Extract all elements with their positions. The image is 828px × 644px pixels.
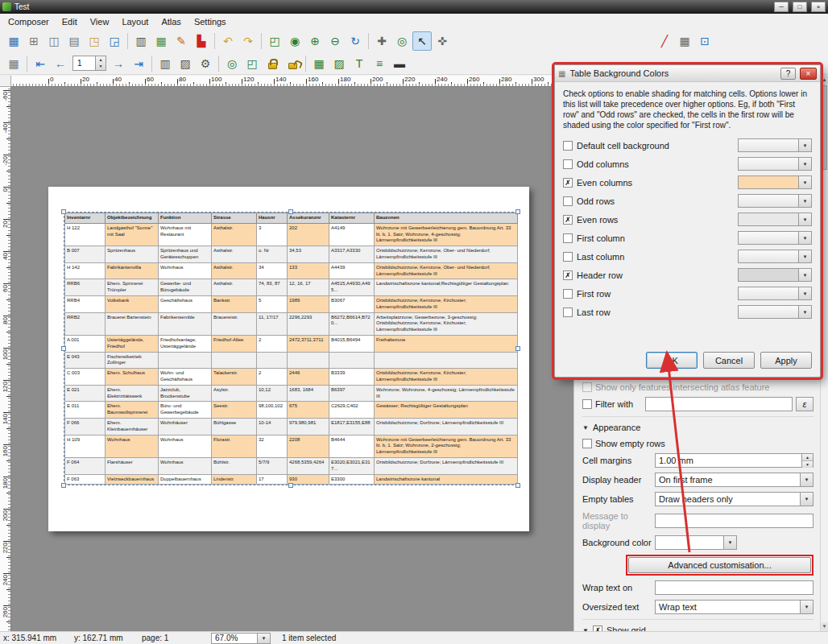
spinner-arrows-icon[interactable]: ▲▼ [95,56,106,70]
even-columns-checkbox[interactable]: ✗ [563,178,573,188]
chevron-down-icon[interactable]: ▼ [257,634,270,643]
last-row-checkbox[interactable] [563,308,573,317]
chevron-down-icon[interactable]: ▼ [798,139,811,151]
first-column-checkbox[interactable] [563,233,573,243]
add-scalebar-icon[interactable]: ▬ [390,54,409,73]
resize-handle[interactable] [61,346,66,351]
paper-sheet[interactable]: InventarnrObjektbezeichnungFunktionStras… [48,187,529,531]
even-rows-checkbox[interactable]: ✗ [563,215,573,225]
chevron-down-icon[interactable]: ▼ [798,306,811,318]
show-grid-header[interactable]: Show grid [607,625,646,631]
spin-down-icon[interactable]: ▼ [802,461,813,468]
atlas-intersect-checkbox[interactable] [582,382,592,392]
odd-rows-color-picker[interactable]: ▼ [738,194,812,208]
default-cell-background-checkbox[interactable] [563,141,573,151]
redo-icon[interactable]: ↷ [238,31,258,51]
print-atlas-icon[interactable]: ▥ [155,54,175,73]
add-image-icon[interactable]: ▨ [329,54,349,73]
export-atlas-icon[interactable]: ▨ [176,54,195,73]
chevron-down-icon[interactable]: ▼ [798,213,811,225]
duplicate-composition-icon[interactable]: ◫ [44,31,64,51]
ok-button[interactable]: OK [646,352,698,369]
atlas-last-feature-icon[interactable]: ⇥ [129,54,148,73]
background-color-picker[interactable]: ▼ [655,535,737,550]
zoom-window-icon[interactable]: ◰ [242,54,262,73]
refresh-view-icon[interactable]: ↻ [346,31,365,51]
menu-edit[interactable]: Edit [56,15,84,28]
add-arrow-icon[interactable]: ╱ [655,31,674,51]
first-row-checkbox[interactable] [563,289,573,299]
chevron-down-icon[interactable]: ▼ [798,176,811,188]
even-columns-color-picker[interactable]: ▼ [738,175,812,189]
resize-handle[interactable] [515,346,520,351]
odd-rows-checkbox[interactable] [563,196,573,206]
display-header-combo[interactable]: On first frame ▼ [655,473,814,487]
zoom-in-icon[interactable]: ⊕ [305,31,325,51]
filter-with-checkbox[interactable] [582,399,592,409]
pan-icon[interactable]: ✚ [372,31,391,51]
menu-settings[interactable]: Settings [188,15,233,28]
chevron-down-icon[interactable]: ▼ [800,473,813,486]
zoom-actual-size-icon[interactable]: ◉ [285,31,304,51]
add-label-icon[interactable]: T [350,54,369,73]
resize-handle[interactable] [515,483,520,488]
last-column-checkbox[interactable] [563,252,573,262]
vertical-scrollbar[interactable]: ▲ ▼ [820,76,828,631]
oversized-text-combo[interactable]: Wrap text ▼ [655,600,814,614]
resize-handle[interactable] [288,209,293,214]
save-project-icon[interactable]: ▦ [4,31,23,51]
select-move-item-icon[interactable]: ↖ [412,31,432,51]
atlas-previous-feature-icon[interactable]: ← [51,54,70,73]
scroll-down-icon[interactable]: ▼ [821,622,828,631]
unlock-all-items-icon[interactable] [283,54,302,73]
export-svg-icon[interactable]: ✎ [172,31,191,51]
last-column-color-picker[interactable]: ▼ [738,250,812,263]
cancel-button[interactable]: Cancel [703,352,755,369]
minimize-button[interactable]: ─ [774,2,789,12]
maximize-button[interactable]: □ [793,2,807,12]
expression-builder-button[interactable]: ε [796,397,814,411]
lock-selected-items-icon[interactable] [263,54,282,73]
add-legend-icon[interactable]: ≡ [370,54,389,73]
atlas-feature-combo[interactable]: 1▲▼ [72,56,106,71]
close-button[interactable]: × [811,2,826,12]
chevron-down-icon[interactable]: ▼ [582,424,589,431]
cell-margins-spinner[interactable]: 1.00 mm ▲▼ [655,453,814,468]
chevron-down-icon[interactable]: ▼ [798,232,811,244]
first-column-color-picker[interactable]: ▼ [738,231,812,245]
wrap-text-on-input[interactable] [655,580,814,595]
table-selection-frame[interactable]: InventarnrObjektbezeichnungFunktionStras… [64,212,518,485]
header-row-color-picker[interactable]: ▼ [738,268,812,282]
header-row-checkbox[interactable]: ✗ [563,270,573,280]
chevron-down-icon[interactable]: ▼ [582,627,589,632]
export-pdf-icon[interactable]: ▙ [192,31,211,51]
composer-manager-icon[interactable]: ▤ [64,31,84,51]
apply-button[interactable]: Apply [760,352,812,369]
dialog-titlebar[interactable]: ▦ Table Background Colors ? × [555,65,820,82]
scroll-up-icon[interactable]: ▲ [821,76,828,85]
zoom-level-combo[interactable]: 67.0% ▼ [211,633,271,644]
empty-tables-combo[interactable]: Draw headers only ▼ [655,492,814,506]
print-icon[interactable]: ▥ [131,31,151,51]
new-composition-icon[interactable]: ⊞ [24,31,43,51]
odd-columns-checkbox[interactable] [563,159,573,169]
filter-input[interactable] [645,397,793,411]
zoom-to-selection-icon[interactable]: ◎ [222,54,242,73]
load-from-template-icon[interactable]: ◳ [85,31,104,51]
menu-atlas[interactable]: Atlas [155,15,187,28]
odd-columns-color-picker[interactable]: ▼ [738,157,812,171]
show-grid-checkbox[interactable]: ✗ [593,625,602,631]
appearance-section-header[interactable]: Appearance [593,423,640,432]
undo-icon[interactable]: ↶ [218,31,238,51]
menu-composer[interactable]: Composer [2,15,56,28]
chevron-down-icon[interactable]: ▼ [800,601,813,613]
chevron-down-icon[interactable]: ▼ [798,158,811,170]
add-new-map-icon[interactable]: ▦ [309,54,329,73]
zoom-tool-icon[interactable]: ◎ [392,31,412,51]
resize-handle[interactable] [288,483,293,488]
atlas-first-feature-icon[interactable]: ⇤ [31,54,50,73]
atlas-next-feature-icon[interactable]: → [109,54,128,73]
export-image-icon[interactable]: ▦ [151,31,171,51]
resize-handle[interactable] [515,209,520,214]
first-row-color-picker[interactable]: ▼ [738,287,812,300]
